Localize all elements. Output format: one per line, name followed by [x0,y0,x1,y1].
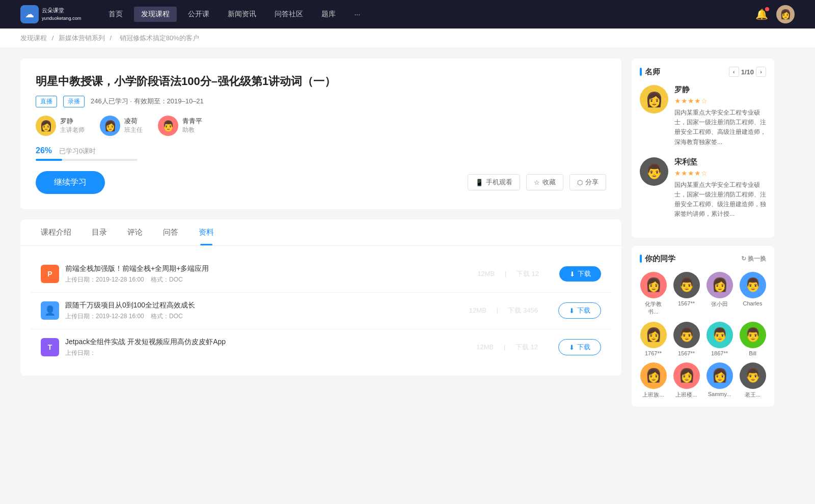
tab-content: P 前端全栈加强版！前端全栈+全周期+多端应用 上传日期：2019-12-28 … [20,246,621,376]
tab-catalog[interactable]: 目录 [82,219,117,245]
classmate-0[interactable]: 👩 化学教书... [640,272,667,316]
sidebar-teacher-stars-1: ★★★★☆ [674,169,766,177]
collect-label: 收藏 [542,178,556,187]
sidebar-teacher-name-0: 罗静 [674,85,766,95]
logo[interactable]: ☁ 云朵课堂yunduoketang.com [20,5,81,23]
classmate-2[interactable]: 👩 张小田 [706,272,733,316]
tab-materials[interactable]: 资料 [188,219,224,245]
mobile-watch-btn[interactable]: 📱 手机观看 [468,174,520,190]
file-name-1: 跟随千万级项目从0到100全过程高效成长 [65,301,459,310]
sidebar-teacher-desc-1: 国内某重点大学安全工程专业硕士，国家一级注册消防工程师、注册安全工程师、级注册建… [674,180,766,219]
download-btn-2[interactable]: ⬇ 下载 [558,339,601,355]
download-btn-1[interactable]: ⬇ 下载 [558,302,601,319]
progress-sub: 已学习0课时 [59,147,96,156]
classmate-avatar-4: 👩 [640,322,667,348]
nav-news[interactable]: 新闻资讯 [221,7,263,22]
file-icon-2: T [41,338,59,356]
classmate-name-10: Sammy... [708,391,731,397]
main-container: 明星中教授课，小学阶段语法100分–强化级第1讲动词（一） 直播 录播 246人… [0,48,795,425]
classmate-avatar-1: 👨 [673,272,700,298]
tab-qa[interactable]: 问答 [153,219,188,245]
sidebar-teacher-avatar-1[interactable]: 👨 [640,157,668,186]
classmate-7[interactable]: 👨 Bill [739,322,766,356]
mobile-label: 手机观看 [486,178,512,187]
nav-open[interactable]: 公开课 [181,7,216,22]
teacher-avatar-0: 👩 [36,116,56,136]
file-stats-0: 12MB | 下载 12 [473,269,543,278]
classmate-avatar-11: 👨 [740,362,766,389]
share-label: 分享 [585,178,599,187]
progress-area: 26% 已学习0课时 [36,146,606,161]
classmate-name-1: 1567** [678,300,695,306]
classmate-4[interactable]: 👩 1767** [640,322,667,356]
teacher-sidebar-card: 名师 ‹ 1/10 › 👩 罗静 ★★★★☆ 国内某 [632,59,774,238]
classmate-avatar-2: 👩 [707,272,733,298]
teachers-row: 👩 罗静 主讲老师 👩 凌荷 班主任 👨 青青平 [36,116,606,136]
collect-btn[interactable]: ☆ 收藏 [526,174,563,190]
course-title: 明星中教授课，小学阶段语法100分–强化级第1讲动词（一） [36,74,606,90]
nav-discover[interactable]: 发现课程 [134,7,177,22]
nav-qa[interactable]: 问答社区 [267,7,310,22]
classmate-1[interactable]: 👨 1567** [673,272,700,316]
file-meta-1: 上传日期：2019-12-28 16:00 格式：DOC [65,312,459,321]
download-icon-0: ⬇ [569,270,575,278]
classmate-avatar-6: 👨 [707,322,733,348]
nav-quiz[interactable]: 题库 [314,7,343,22]
classmate-10[interactable]: 👩 Sammy... [706,362,733,399]
classmate-9[interactable]: 👩 上班楼... [673,362,700,399]
classmate-name-4: 1767** [645,350,662,356]
classmate-5[interactable]: 👨 1567** [673,322,700,356]
classmate-8[interactable]: 👩 上班族... [640,362,667,399]
file-meta-0: 上传日期：2019-12-28 16:00 格式：DOC [65,275,467,284]
nav-home[interactable]: 首页 [101,7,130,22]
teacher-prev-btn[interactable]: ‹ [729,67,739,77]
continue-button[interactable]: 继续学习 [36,171,105,194]
tab-intro[interactable]: 课程介绍 [31,219,82,245]
share-btn[interactable]: ⬡ 分享 [569,174,606,190]
file-info-0: 前端全栈加强版！前端全栈+全周期+多端应用 上传日期：2019-12-28 16… [65,264,467,284]
file-stats-2: 12MB | 下载 12 [472,343,542,352]
teacher-next-btn[interactable]: › [756,67,766,77]
nav-more[interactable]: ··· [347,7,367,21]
tag-record: 录播 [63,96,85,107]
sidebar-teacher-stars-0: ★★★★☆ [674,97,766,105]
classmate-avatar-8: 👩 [640,362,667,389]
course-meta: 直播 录播 246人已学习 · 有效期至：2019–10–21 [36,96,606,107]
classmate-11[interactable]: 👨 老王... [739,362,766,399]
star-icon: ☆ [534,179,540,186]
classmate-avatar-9: 👩 [673,362,700,389]
teacher-item-1: 👩 凌荷 班主任 [100,116,143,136]
classmate-avatar-10: 👩 [707,362,733,389]
refresh-classmates-btn[interactable]: ↻ 换一换 [741,255,766,263]
sidebar-teacher-avatar-0[interactable]: 👩 [640,85,668,114]
download-btn-0[interactable]: ⬇ 下载 [559,266,601,282]
download-icon-2: ⬇ [569,344,575,351]
file-icon-1: 👤 [41,301,59,320]
notification-dot [765,7,769,11]
sidebar-teacher-name-1: 宋利坚 [674,157,766,167]
classmate-name-5: 1567** [678,350,695,356]
sidebar-teacher-1: 👨 宋利坚 ★★★★☆ 国内某重点大学安全工程专业硕士，国家一级注册消防工程师、… [640,157,766,219]
breadcrumb-discover[interactable]: 发现课程 [20,34,47,42]
teacher-sidebar-title: 名师 ‹ 1/10 › [640,67,766,77]
course-header-card: 明星中教授课，小学阶段语法100分–强化级第1讲动词（一） 直播 录播 246人… [20,59,621,209]
navbar: ☁ 云朵课堂yunduoketang.com 首页 发现课程 公开课 新闻资讯 … [0,0,815,29]
tab-review[interactable]: 评论 [117,219,153,245]
sidebar-teacher-desc-0: 国内某重点大学安全工程专业硕士，国家一级注册消防工程师、注册安全工程师、高级注册… [674,108,766,147]
teacher-name-0: 罗静 [60,117,85,126]
notification-bell[interactable]: 🔔 [755,8,768,20]
mobile-icon: 📱 [475,179,483,186]
teacher-avatar-1: 👩 [100,116,120,136]
classmate-avatar-3: 👨 [740,272,766,298]
sidebar-teacher-0: 👩 罗静 ★★★★☆ 国内某重点大学安全工程专业硕士，国家一级注册消防工程师、注… [640,85,766,147]
breadcrumb-series[interactable]: 新媒体营销系列 [59,34,105,42]
classmate-6[interactable]: 👨 1867** [706,322,733,356]
file-item-1: 👤 跟随千万级项目从0到100全过程高效成长 上传日期：2019-12-28 1… [31,293,611,329]
action-buttons: 📱 手机观看 ☆ 收藏 ⬡ 分享 [468,174,606,190]
user-avatar-nav[interactable]: 👩 [776,5,795,23]
classmates-title: 你的同学 ↻ 换一换 [640,254,766,264]
classmate-3[interactable]: 👨 Charles [739,272,766,316]
content-area: 明星中教授课，小学阶段语法100分–强化级第1讲动词（一） 直播 录播 246人… [20,59,621,415]
classmate-name-7: Bill [749,350,756,356]
classmate-avatar-7: 👨 [740,322,766,348]
